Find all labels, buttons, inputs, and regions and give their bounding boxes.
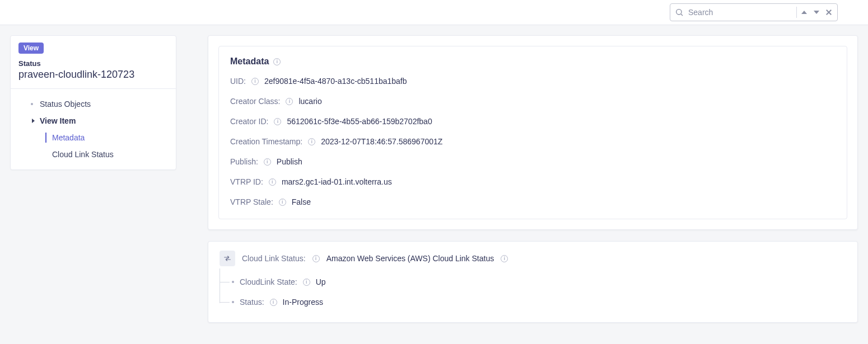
info-icon[interactable]: i [312,255,320,262]
sidebar-item-label: Status Objects [40,100,91,109]
sidebar-item-status-objects[interactable]: Status Objects [11,96,176,112]
field-value: In-Progress [283,298,323,307]
search-next-button[interactable] [813,8,820,16]
field-value: False [292,197,311,206]
info-icon[interactable]: i [269,178,276,186]
bullet-icon [232,301,234,303]
field-creator-id: Creator ID: i 5612061c-5f3e-4b55-ab66-15… [230,117,836,126]
main-content: Metadata i UID: i 2ef9081e-4f5a-4870-a13… [208,35,858,323]
cloud-link-status-header: Cloud Link Status: i Amazon Web Services… [220,248,846,272]
info-icon[interactable]: i [308,138,315,145]
field-uid: UID: i 2ef9081e-4f5a-4870-a13c-cb511ba1b… [230,77,836,86]
info-icon[interactable]: i [274,118,281,125]
cloud-link-status-value: Amazon Web Services (AWS) Cloud Link Sta… [326,254,494,263]
cloud-link-status-label: Cloud Link Status: [242,254,306,263]
info-icon[interactable]: i [286,98,293,105]
search-divider [796,7,797,18]
sidebar-item-label: View Item [40,116,76,125]
search-close-button[interactable] [825,8,833,16]
field-vtrp-id: VTRP ID: i mars2.gc1-iad-01.int.volterra… [230,177,836,186]
cloud-link-status-tree: CloudLink State: i Up Status: i In-Progr… [220,272,846,312]
metadata-card: Metadata i UID: i 2ef9081e-4f5a-4870-a13… [208,35,858,230]
field-label: VTRP Stale: [230,197,273,206]
field-label: CloudLink State: [240,277,297,286]
close-icon [825,9,832,16]
sidebar-title: praveen-cloudlink-120723 [18,69,168,81]
cloud-link-status-card: Cloud Link Status: i Amazon Web Services… [208,241,858,323]
field-vtrp-stale: VTRP Stale: i False [230,197,836,206]
view-badge: View [18,43,44,54]
field-value: 5612061c-5f3e-4b55-ab66-159b2702fba0 [287,117,432,126]
chevron-up-icon [801,11,807,14]
info-icon[interactable]: i [279,199,286,206]
field-label: Creator ID: [230,117,268,126]
sidebar: View Status praveen-cloudlink-120723 Sta… [10,35,176,170]
svg-point-0 [676,10,682,15]
swap-icon-box[interactable] [220,251,235,266]
field-label: Creation Timestamp: [230,137,302,146]
chevron-down-icon [814,11,819,14]
field-label: Publish: [230,157,258,166]
field-label: Status: [240,298,264,307]
swap-icon [223,254,232,263]
field-label: UID: [230,77,246,86]
field-label: Creator Class: [230,97,280,106]
field-value: Up [316,277,326,286]
field-value: 2ef9081e-4f5a-4870-a13c-cb511ba1bafb [264,77,407,86]
info-icon[interactable]: i [270,299,277,306]
top-bar [0,0,868,25]
info-icon[interactable]: i [273,58,281,65]
search-box[interactable] [670,3,838,21]
field-publish: Publish: i Publish [230,157,836,166]
search-prev-button[interactable] [800,8,808,16]
sidebar-item-metadata[interactable]: Metadata [11,129,176,146]
bullet-icon [31,103,33,105]
field-value: 2023-12-07T18:46:57.586967001Z [321,137,442,146]
field-creation-timestamp: Creation Timestamp: i 2023-12-07T18:46:5… [230,137,836,146]
info-icon[interactable]: i [251,78,259,85]
active-indicator [45,133,46,143]
info-icon[interactable]: i [264,158,271,166]
field-cloudlink-state: CloudLink State: i Up [227,272,846,292]
metadata-heading: Metadata i [230,56,836,67]
sidebar-status-label: Status [18,59,168,68]
field-value: Publish [277,157,302,166]
search-icon [675,8,684,17]
field-cloudlink-status: Status: i In-Progress [227,292,846,312]
sidebar-item-label: Cloud Link Status [52,150,114,159]
search-input[interactable] [688,8,793,17]
field-value: mars2.gc1-iad-01.int.volterra.us [282,177,392,186]
sidebar-item-label: Metadata [52,133,85,142]
bullet-icon [232,281,234,283]
field-value: lucario [298,97,321,106]
metadata-heading-text: Metadata [230,56,269,67]
sidebar-tree: Status Objects View Item Metadata Cloud … [11,89,176,169]
field-label: VTRP ID: [230,177,263,186]
sidebar-item-cloud-link-status[interactable]: Cloud Link Status [11,146,176,163]
field-creator-class: Creator Class: i lucario [230,97,836,106]
sidebar-item-view-item[interactable]: View Item [11,112,176,129]
info-icon[interactable]: i [501,255,508,262]
svg-line-1 [681,14,683,16]
sidebar-header: View Status praveen-cloudlink-120723 [11,36,176,89]
info-icon[interactable]: i [303,279,310,286]
